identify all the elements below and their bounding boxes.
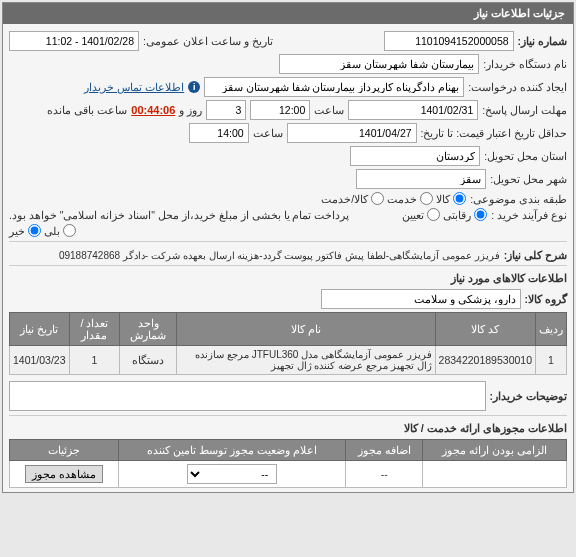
th-name: نام کالا <box>177 313 436 346</box>
budget-radio-service[interactable] <box>420 192 433 205</box>
goods-section-title: اطلاعات کالاهای مورد نیاز <box>9 272 567 285</box>
row-deadline: مهلت ارسال پاسخ: ساعت روز و 00:44:06 ساع… <box>9 100 567 120</box>
time-label-1: ساعت <box>314 104 344 116</box>
status-select[interactable]: -- <box>187 464 277 484</box>
opt-yes: بلی <box>44 225 60 237</box>
row-purchase-type: نوع فرآیند خرید : رقابتی تعیین پرداخت تم… <box>9 208 567 221</box>
payment-note: پرداخت تمام یا بخشی از مبلغ خرید،از محل … <box>9 209 349 221</box>
table-row[interactable]: 1 2834220189530010 فریزر عمومی آزمایشگاه… <box>10 346 567 375</box>
group-label: گروه کالا: <box>525 293 567 305</box>
province-label: استان محل تحویل: <box>484 150 567 162</box>
table-header-row: ردیف کد کالا نام کالا واحد شمارش تعداد /… <box>10 313 567 346</box>
th-qty: تعداد / مقدار <box>69 313 120 346</box>
requester-label: ایجاد کننده درخواست: <box>468 81 567 93</box>
budget-opt-c: کالا/خدمت <box>321 193 368 205</box>
cell-row: 1 <box>536 346 567 375</box>
cell-qty: 1 <box>69 346 120 375</box>
budget-label: طبقه بندی موضوعی: <box>470 193 567 205</box>
reply-time-field[interactable] <box>250 100 310 120</box>
permits-header-row: الزامی بودن ارائه مجوز اضافه مجوز اعلام … <box>10 440 567 461</box>
th-add: اضافه مجوز <box>346 440 423 461</box>
budget-opt-b: خدمت <box>387 193 417 205</box>
buyer-contact-link[interactable]: اطلاعات تماس خریدار <box>84 81 184 93</box>
deadline-label: مهلت ارسال پاسخ: <box>482 104 567 116</box>
public-datetime-field[interactable] <box>9 31 139 51</box>
th-mandatory: الزامی بودن ارائه مجوز <box>423 440 567 461</box>
buyer-notes-label: توضیحات خریدار: <box>490 390 567 402</box>
cell-code: 2834220189530010 <box>435 346 535 375</box>
row-validity: حداقل تاریخ اعتبار قیمت: تا تاریخ: ساعت <box>9 123 567 143</box>
city-field[interactable] <box>356 169 486 189</box>
remaining-label: ساعت باقی مانده <box>47 104 127 116</box>
countdown-time: 00:44:06 <box>131 104 175 116</box>
validity-time-field[interactable] <box>189 123 249 143</box>
th-row: ردیف <box>536 313 567 346</box>
radio-yes[interactable] <box>63 224 76 237</box>
cell-details: مشاهده مجوز <box>10 461 119 488</box>
section-goods: اطلاعات کالاهای مورد نیاز گروه کالا: ردی… <box>9 265 567 411</box>
details-panel: جزئیات اطلاعات نیاز شماره نیاز: تاریخ و … <box>2 2 574 493</box>
row-province: استان محل تحویل: <box>9 146 567 166</box>
province-field[interactable] <box>350 146 480 166</box>
row-yesno: بلی خیر <box>9 224 567 237</box>
section-permits: اطلاعات مجوزهای ارائه خدمت / کالا الزامی… <box>9 415 567 488</box>
purchase-type-label: نوع فرآیند خرید : <box>491 209 567 221</box>
requester-field[interactable] <box>204 77 464 97</box>
cell-add: -- <box>346 461 423 488</box>
th-unit: واحد شمارش <box>120 313 177 346</box>
budget-radio-both[interactable] <box>371 192 384 205</box>
purchase-radio-assign[interactable] <box>427 208 440 221</box>
row-buyer: نام دستگاه خریدار: <box>9 54 567 74</box>
row-need-number: شماره نیاز: تاریخ و ساعت اعلان عمومی: <box>9 31 567 51</box>
validity-date-field[interactable] <box>287 123 417 143</box>
desc-label: شرح کلی نیاز: <box>504 249 567 261</box>
cell-unit: دستگاه <box>120 346 177 375</box>
permits-row: -- -- مشاهده مجوز <box>10 461 567 488</box>
budget-radio-group: کالا خدمت کالا/خدمت <box>321 192 466 205</box>
goods-table: ردیف کد کالا نام کالا واحد شمارش تعداد /… <box>9 312 567 375</box>
th-code: کد کالا <box>435 313 535 346</box>
section-description: شرح کلی نیاز: فریزر عمومی آزمایشگاهی-لطف… <box>9 241 567 261</box>
radio-no[interactable] <box>28 224 41 237</box>
buyer-field[interactable] <box>279 54 479 74</box>
view-permit-button[interactable]: مشاهده مجوز <box>25 465 103 483</box>
remaining-days-field[interactable] <box>206 100 246 120</box>
row-budget: طبقه بندی موضوعی: کالا خدمت کالا/خدمت <box>9 192 567 205</box>
city-label: شهر محل تحویل: <box>490 173 567 185</box>
day-and-label: روز و <box>179 104 202 116</box>
buyer-label: نام دستگاه خریدار: <box>483 58 567 70</box>
permits-table: الزامی بودن ارائه مجوز اضافه مجوز اعلام … <box>9 439 567 488</box>
panel-title: جزئیات اطلاعات نیاز <box>3 3 573 24</box>
purchase-opt-a: رقابتی <box>443 209 471 221</box>
purchase-radio-group: رقابتی تعیین <box>402 208 487 221</box>
th-date: تاریخ نیاز <box>10 313 70 346</box>
th-details: جزئیات <box>10 440 119 461</box>
cell-mandatory <box>423 461 567 488</box>
panel-body: شماره نیاز: تاریخ و ساعت اعلان عمومی: نا… <box>3 24 573 492</box>
row-city: شهر محل تحویل: <box>9 169 567 189</box>
group-field[interactable] <box>321 289 521 309</box>
purchase-radio-competitive[interactable] <box>474 208 487 221</box>
need-number-label: شماره نیاز: <box>518 35 567 47</box>
opt-no: خیر <box>9 225 25 237</box>
cell-name: فریزر عمومی آزمایشگاهی مدل JTFUL360 مرجع… <box>177 346 436 375</box>
permits-section-title: اطلاعات مجوزهای ارائه خدمت / کالا <box>9 422 567 435</box>
row-requester: ایجاد کننده درخواست: i اطلاعات تماس خرید… <box>9 77 567 97</box>
cell-date: 1401/03/23 <box>10 346 70 375</box>
public-datetime-label: تاریخ و ساعت اعلان عمومی: <box>143 35 273 47</box>
purchase-opt-b: تعیین <box>402 209 424 221</box>
buyer-notes-textarea[interactable] <box>9 381 486 411</box>
validity-label: حداقل تاریخ اعتبار قیمت: تا تاریخ: <box>421 127 567 139</box>
th-status: اعلام وضعیت مجوز توسط تامین کننده <box>119 440 346 461</box>
budget-opt-a: کالا <box>436 193 450 205</box>
need-number-field[interactable] <box>384 31 514 51</box>
time-label-2: ساعت <box>253 127 283 139</box>
reply-date-field[interactable] <box>348 100 478 120</box>
budget-radio-goods[interactable] <box>453 192 466 205</box>
desc-text: فریزر عمومی آزمایشگاهی-لطفا پیش فاکتور پ… <box>59 250 500 261</box>
cell-status: -- <box>119 461 346 488</box>
yesno-radio-group: بلی خیر <box>9 224 76 237</box>
info-icon: i <box>188 81 200 93</box>
